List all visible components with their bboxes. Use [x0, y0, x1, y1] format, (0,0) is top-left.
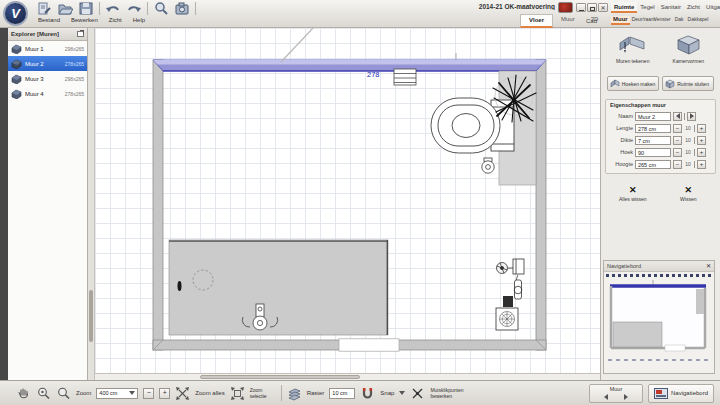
navigator-panel: Navigatiebord ✕ — [603, 260, 715, 374]
ribbon-tabs: Ruimte Tegel Sanitair Zicht Uitgave — [611, 0, 720, 13]
redo-button[interactable] — [126, 1, 142, 16]
popout-icon[interactable] — [77, 31, 84, 37]
length-increase-button[interactable]: + — [697, 124, 706, 133]
hoogte-label: Hoogte — [609, 161, 633, 167]
dikte-label: Dikte — [609, 137, 633, 143]
save-button[interactable] — [78, 1, 94, 16]
subtab-venster[interactable]: Venster — [652, 16, 673, 25]
explorer-item-muur-3[interactable]: Muur 3 298x265 — [8, 71, 87, 86]
next-wall-nav-button[interactable] — [620, 393, 632, 401]
minimize-button[interactable] — [576, 3, 586, 12]
magnifier-icon[interactable] — [56, 386, 71, 401]
view-tab-vloer[interactable]: Vloer — [520, 14, 553, 28]
navigator-toggle-button[interactable]: Navigatiebord — [648, 384, 714, 403]
floor-drain[interactable] — [496, 308, 518, 330]
wall-left[interactable] — [153, 60, 163, 350]
make-corners-button[interactable]: Hoeken maken — [607, 76, 659, 91]
close-room-button[interactable]: Ruimte sluiten — [662, 76, 714, 91]
shower-mixer[interactable] — [497, 259, 525, 307]
zoom-level-select[interactable]: 400 cm — [96, 388, 138, 399]
previous-wall-button[interactable] — [673, 112, 682, 121]
open-button[interactable] — [57, 1, 73, 16]
tab-ruimte[interactable]: Ruimte — [611, 2, 637, 13]
wall-right[interactable] — [536, 60, 546, 350]
photo-button[interactable] — [174, 1, 190, 16]
floor-outlet[interactable] — [482, 158, 494, 173]
snap-dropdown-arrow-icon[interactable] — [399, 391, 405, 395]
pan-hand-icon[interactable] — [16, 386, 31, 401]
zoom-selection-label[interactable]: Zoom selectie — [250, 387, 276, 399]
shower-valve[interactable] — [178, 281, 182, 291]
snap-icon[interactable] — [360, 386, 375, 401]
scrollbar-thumb[interactable] — [89, 290, 93, 342]
menu-help[interactable]: Help — [133, 17, 145, 23]
subtab-muur[interactable]: Muur — [611, 16, 630, 25]
room-shapes-button[interactable]: Kamervormen — [662, 32, 714, 70]
wall-top-selected[interactable] — [153, 60, 546, 71]
subtab-dak[interactable]: Dak — [673, 16, 686, 25]
menu-zicht[interactable]: Zicht — [109, 17, 122, 23]
length-decrease-button[interactable]: − — [673, 124, 682, 133]
height-decrease-button[interactable]: − — [673, 160, 682, 169]
view-tab-muur[interactable]: Muur — [553, 14, 583, 28]
door-opening[interactable] — [339, 339, 399, 351]
wall-name-input[interactable]: Muur 2 — [635, 112, 671, 121]
canvas-vertical-scrollbar[interactable] — [88, 28, 95, 380]
wall-angle-input[interactable]: 90 — [635, 148, 671, 157]
zoom-selection-icon[interactable] — [230, 386, 245, 401]
towel-radiator[interactable] — [394, 69, 416, 85]
menu-bestand[interactable]: Bestand — [38, 17, 60, 23]
wall-height-input[interactable]: 265 cm — [635, 160, 671, 169]
tab-sanitair[interactable]: Sanitair — [658, 2, 684, 13]
thickness-increase-button[interactable]: + — [697, 136, 706, 145]
restore-button[interactable] — [587, 3, 597, 12]
angle-decrease-button[interactable]: − — [673, 148, 682, 157]
zoom-in-button[interactable]: + — [159, 388, 170, 399]
raster-size-input[interactable]: 10 cm — [329, 388, 355, 399]
new-button[interactable] — [36, 1, 52, 16]
wall-thickness-input[interactable]: 7 cm — [635, 136, 671, 145]
explorer-item-muur-4[interactable]: Muur 4 278x265 — [8, 86, 87, 101]
angle-increase-button[interactable]: + — [697, 148, 706, 157]
scrollbar-thumb[interactable] — [200, 375, 360, 379]
next-wall-button[interactable] — [687, 112, 696, 121]
view-tab-3d[interactable]: 3D — [583, 14, 607, 28]
zoom-tool-button[interactable] — [153, 1, 169, 16]
close-button[interactable]: ✕ — [598, 3, 608, 12]
wall-item-name: Muur 1 — [25, 46, 62, 52]
thickness-decrease-button[interactable]: − — [673, 136, 682, 145]
tab-tegel[interactable]: Tegel — [637, 2, 657, 13]
explorer-item-muur-1[interactable]: Muur 1 298x265 — [8, 41, 87, 56]
raster-icon[interactable] — [287, 386, 302, 401]
navigator-minimap[interactable] — [605, 278, 713, 358]
shower-platform[interactable] — [169, 240, 388, 335]
room-shapes-icon — [673, 34, 703, 56]
undo-button[interactable] — [105, 1, 121, 16]
zoom-all-label[interactable]: Zoom alles — [195, 390, 224, 396]
navigator-close-button[interactable]: ✕ — [706, 263, 711, 269]
height-increase-button[interactable]: + — [697, 160, 706, 169]
subtab-deur-raam[interactable]: Deur/raam — [630, 16, 652, 25]
edit-points-icon[interactable] — [410, 386, 425, 401]
subtab-dakkapel[interactable]: Dakkapel — [686, 16, 711, 25]
toilet[interactable] — [431, 98, 514, 153]
canvas-horizontal-scrollbar[interactable] — [95, 373, 600, 380]
brand-icon — [558, 2, 573, 13]
wall-item-name: Muur 2 — [25, 61, 62, 67]
explorer-item-muur-2[interactable]: Muur 2 278x265 — [8, 56, 87, 71]
zoom-out-button[interactable]: − — [143, 388, 154, 399]
menu-bewerken[interactable]: Bewerken — [71, 17, 98, 23]
snap-label[interactable]: Snap — [380, 390, 394, 396]
angle-step-value: 10 — [684, 149, 692, 155]
delete-button[interactable]: ✕ Wissen — [664, 184, 712, 210]
floorplan-canvas[interactable]: 278 — [95, 28, 600, 373]
wall-length-input[interactable]: 278 cm — [635, 124, 671, 133]
edit-points-label[interactable]: Muisklikpunten bewerken — [430, 387, 464, 399]
zoom-all-icon[interactable] — [175, 386, 190, 401]
clear-all-button[interactable]: ✕ Alles wissen — [609, 184, 657, 210]
previous-wall-nav-button[interactable] — [600, 393, 612, 401]
tab-zicht[interactable]: Zicht — [684, 2, 703, 13]
zoom-point-icon[interactable] — [36, 386, 51, 401]
draw-walls-button[interactable]: Muren tekenen — [607, 32, 659, 70]
tab-uitgave[interactable]: Uitgave — [703, 2, 720, 13]
